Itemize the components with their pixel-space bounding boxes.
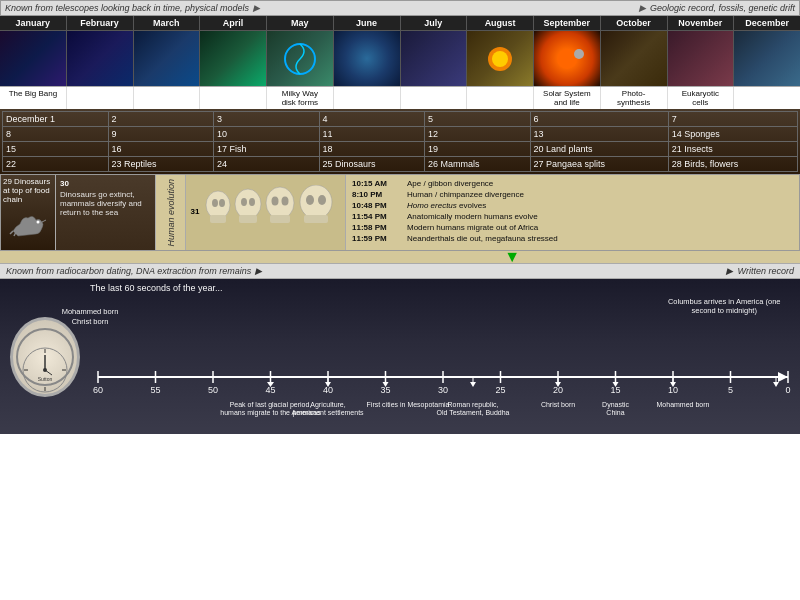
evo-30-text: Dinosaurs go extinct, mammals diversify … (60, 190, 151, 217)
svg-point-13 (249, 198, 255, 206)
cal-cell: 17 Fish (214, 142, 320, 157)
caption-jun (334, 87, 401, 109)
svg-text:First cities in Mesopotamia: First cities in Mesopotamia (367, 401, 450, 409)
month-mar: March (134, 16, 201, 86)
cal-cell: December 1 (3, 112, 109, 127)
evo-time-row-3: 10:48 PM Homo erectus evolves (352, 201, 793, 210)
svg-point-2 (492, 51, 508, 67)
cal-cell: 12 (425, 127, 531, 142)
month-label-aug: August (467, 16, 533, 31)
stopwatch-face: Sutton (16, 328, 74, 386)
svg-point-20 (306, 195, 314, 205)
svg-text:60: 60 (93, 385, 103, 395)
month-img-feb (67, 31, 133, 86)
evolution-section: 29 Dinosaurs at top of food chain 30 Din… (0, 174, 800, 251)
table-row: 15 16 17 Fish 18 19 20 Land plants 21 In… (3, 142, 798, 157)
cal-cell: 9 (108, 127, 214, 142)
cal-cell: 14 Sponges (668, 127, 797, 142)
month-label-feb: February (67, 16, 133, 31)
svg-point-3 (557, 49, 577, 69)
caption-oct: Photo-synthesis (601, 87, 668, 109)
month-img-mar (134, 31, 200, 86)
evo-time-row-5: 11:58 PM Modern humans migrate out of Af… (352, 223, 793, 232)
svg-rect-19 (304, 215, 328, 223)
month-label-jul: July (401, 16, 467, 31)
svg-text:Peak of last glacial period,: Peak of last glacial period, (230, 401, 312, 409)
evo-dino: 29 Dinosaurs at top of food chain (1, 175, 56, 250)
evo-skulls: 31 (186, 175, 346, 250)
month-label-oct: October (601, 16, 667, 31)
mid-banner: Known from radiocarbon dating, DNA extra… (0, 263, 800, 279)
stopwatch-text: Sutton (18, 330, 72, 396)
timeline-section: Sutton The last 60 seconds of the year..… (0, 279, 800, 434)
timeline-svg: 60 55 50 45 40 35 30 25 20 15 10 5 0 (90, 357, 796, 417)
svg-point-5 (37, 221, 40, 224)
cal-cell: 11 (319, 127, 425, 142)
month-img-dec (734, 31, 800, 86)
cal-cell: 8 (3, 127, 109, 142)
caption-may: Milky Waydisk forms (267, 87, 334, 109)
svg-text:Old Testament, Buddha: Old Testament, Buddha (436, 409, 509, 416)
svg-text:Mohammed born: Mohammed born (657, 401, 710, 408)
month-img-oct (601, 31, 667, 86)
evo-event-5: Modern humans migrate out of Africa (407, 223, 793, 232)
month-jun: June (334, 16, 401, 86)
cal-cell: 6 (530, 112, 668, 127)
cal-cell: 19 (425, 142, 531, 157)
evo-29-label: 29 Dinosaurs at top of food chain (3, 177, 53, 204)
cal-cell: 3 (214, 112, 320, 127)
month-sep: September (534, 16, 601, 86)
month-dec: December (734, 16, 800, 86)
skulls-svg (200, 185, 340, 240)
month-img-may (267, 31, 333, 86)
month-feb: February (67, 16, 134, 86)
evo-30-num: 30 (60, 179, 151, 188)
svg-point-16 (272, 197, 279, 206)
month-img-apr (200, 31, 266, 86)
svg-point-10 (235, 189, 261, 219)
cal-cell: 26 Mammals (425, 157, 531, 172)
table-row: 22 23 Reptiles 24 25 Dinosaurs 26 Mammal… (3, 157, 798, 172)
cal-cell: 15 (3, 142, 109, 157)
timeline-content: The last 60 seconds of the year... Colum… (90, 283, 796, 430)
evo-event-2: Human / chimpanzee divergence (407, 190, 793, 199)
cal-cell: 7 (668, 112, 797, 127)
svg-rect-15 (270, 215, 290, 223)
evo-31: Human evolution (156, 175, 186, 250)
cal-cell: 24 (214, 157, 320, 172)
cal-cell: 13 (530, 127, 668, 142)
svg-rect-7 (210, 215, 226, 223)
month-label-mar: March (134, 16, 200, 31)
months-row: January February March April May June Ju… (0, 16, 800, 86)
svg-rect-11 (239, 215, 257, 223)
cal-cell: 2 (108, 112, 214, 127)
evo-event-1: Ape / gibbon divergence (407, 179, 793, 188)
evo-event-3: Homo erectus evolves (407, 201, 793, 210)
svg-text:Dynastic: Dynastic (602, 401, 629, 409)
evo-time-row-4: 11:54 PM Anatomically modern humans evol… (352, 212, 793, 221)
evo-time-row-6: 11:59 PM Neanderthals die out, megafauna… (352, 234, 793, 243)
right-banner-text: Geologic record, fossils, genetic drift (639, 3, 795, 13)
green-arrow-icon: ▼ (504, 248, 520, 266)
month-img-jun (334, 31, 400, 86)
cal-cell: 27 Pangaea splits (530, 157, 668, 172)
evo-time-2: 8:10 PM (352, 190, 407, 199)
calendar-table: December 1 2 3 4 5 6 7 8 9 10 11 12 13 1… (2, 111, 798, 172)
svg-point-12 (241, 198, 247, 206)
svg-point-9 (219, 199, 225, 207)
tl-label-columbus: Columbus arrives in America (one second … (664, 297, 784, 315)
month-apr: April (200, 16, 267, 86)
month-img-aug (467, 31, 533, 86)
month-jan: January (0, 16, 67, 86)
cal-cell: 22 (3, 157, 109, 172)
left-banner-text: Known from telescopes looking back in ti… (5, 3, 260, 13)
svg-text:China: China (606, 409, 624, 416)
cal-cell: 28 Birds, flowers (668, 157, 797, 172)
human-evolution-label: Human evolution (166, 179, 176, 247)
svg-marker-66 (470, 382, 476, 387)
svg-text:30: 30 (438, 385, 448, 395)
stopwatch: Sutton (10, 317, 80, 397)
svg-point-29 (43, 368, 47, 372)
svg-point-21 (318, 195, 326, 205)
caption-mar (134, 87, 201, 109)
